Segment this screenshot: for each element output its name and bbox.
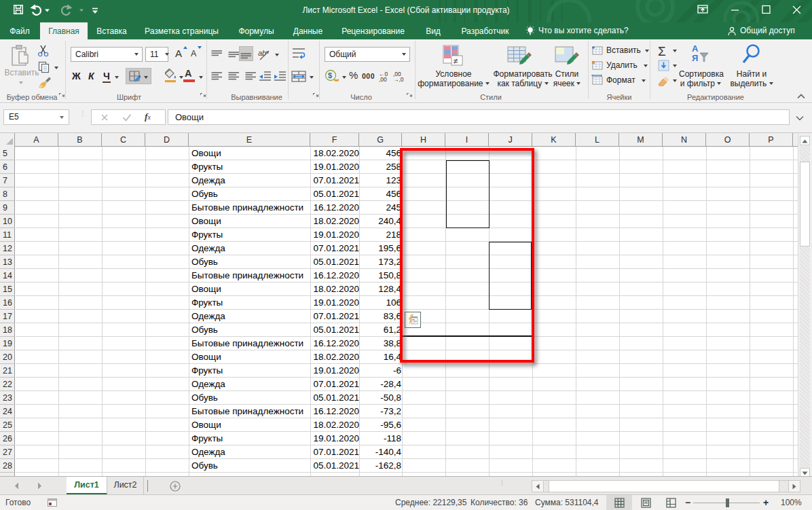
svg-text:$: $ (328, 71, 332, 79)
svg-text:А: А (692, 43, 699, 54)
svg-text:≠: ≠ (454, 56, 458, 66)
svg-text:Я: Я (692, 53, 698, 63)
svg-text:ab: ab (258, 49, 266, 57)
svg-text:,00: ,00 (379, 76, 387, 82)
svg-text:→,0: →,0 (393, 76, 404, 82)
